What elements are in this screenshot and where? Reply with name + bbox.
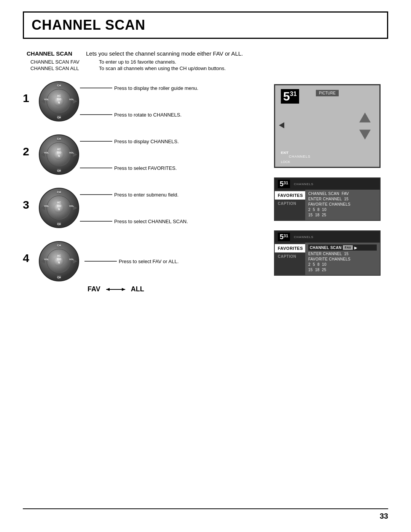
intro-sub-label-2: CHANNEL SCAN ALL [30,66,99,71]
svg-text:VOL: VOL [44,98,49,101]
picture-icon: PICTURE [316,90,339,96]
menu-row-channels-3-2: 15 18 25 [308,268,377,272]
screen1-ch-num: 5 [283,90,290,102]
menu-body-2: FAVORITES CAPTION CHANNEL SCAN FAV ENTER… [275,190,380,220]
menu-row-channel-scan-highlight: CHANNEL SCAN FAV ▶ [308,244,377,251]
screen3-ch-sub: 31 [284,234,288,238]
menu-row-channel-scan: CHANNEL SCAN FAV [308,192,377,196]
step-2-number: 2 [23,134,34,158]
sidebar-favorites-3: FAVORITES [275,244,305,252]
svg-text:N: N [58,155,60,157]
menu-sidebar-3: FAVORITES CAPTION [275,243,305,275]
step-2-instr-1: Press to display CHANNELS. [114,139,179,144]
main-content: 1 [23,80,388,305]
intro-sub-desc-1: To enter up to 16 favorite channels. [99,59,176,65]
intro-section: CHANNEL SCAN Lets you select the channel… [23,50,388,71]
step-3-number: 3 [23,187,34,211]
step-1-number: 1 [23,80,34,105]
svg-text:VOL: VOL [44,258,49,260]
menu-row-channels-3-1: 2 5 8 10 [308,262,377,267]
all-text: ALL [131,285,144,293]
svg-text:AC: AC [57,254,61,257]
page-number: 33 [380,512,388,521]
intro-main: CHANNEL SCAN Lets you select the channel… [27,50,388,57]
bottom-border [23,508,388,509]
svg-text:VOL: VOL [69,205,74,207]
intro-desc: Lets you select the channel scanning mod… [86,50,243,57]
menu-sidebar-2: FAVORITES CAPTION [275,190,305,220]
channel-num-badge-3: 5 31 [278,233,290,241]
step-1-instr-1: Press to display the roller guide menu. [114,85,198,91]
fav-badge: FAV [343,245,353,250]
svg-text:N: N [58,101,60,104]
screen3-channels-label: CHANNELS [294,235,314,239]
svg-text:VOL: VOL [69,152,74,154]
menu-row-enter-channel-3: ENTER CHANNEL 15 [308,252,377,256]
intro-label: CHANNEL SCAN [27,50,80,57]
svg-text:CH: CH [57,116,61,119]
svg-text:VOL: VOL [69,258,74,260]
menu-body-3: FAVORITES CAPTION CHANNEL SCAN FAV ▶ ENT… [275,243,380,275]
lock-label: LOCK [281,160,290,164]
left-column: 1 [23,80,274,305]
right-column: 5 31 PICTURE EXIT [274,80,388,305]
screen3-ch: 5 [280,233,284,240]
svg-text:VOL: VOL [44,205,49,207]
fav-all-row: FAV ALL [88,285,178,293]
menu-row-enter-channel: ENTER CHANNEL 15 [308,197,377,201]
sidebar-caption-3: CAPTION [275,252,305,260]
svg-marker-66 [359,113,371,123]
svg-marker-68 [279,122,284,128]
sidebar-caption-2: CAPTION [275,200,305,208]
svg-text:AC: AC [57,201,61,204]
dial-3: CH CH VOL VOL AC TIO N [38,187,80,229]
svg-text:TIO: TIO [57,98,61,101]
menu-screen-3: 5 31 CHANNELS FAVORITES CAPTION CHANNEL … [274,230,381,276]
intro-sub-desc-2: To scan all channels when using the CH u… [99,66,226,71]
menu-top-bar-2: 5 31 CHANNELS [275,178,380,190]
step-4: 4 [23,240,266,293]
svg-text:N: N [58,261,60,264]
intro-sub-label-1: CHANNEL SCAN FAV [30,59,99,65]
menu-row-fav-channels: FAVORITE CHANNELS [308,202,377,206]
screen2-ch-sub: 31 [284,181,288,185]
tv-screen-1: 5 31 PICTURE EXIT [274,84,381,168]
step-2-instr-2: Press to select FAVORITES. [114,165,177,171]
menu-row-fav-channels-3: FAVORITE CHANNELS [308,257,377,261]
dial-4: CH CH VOL VOL AC TIO N [38,240,80,282]
svg-text:CH: CH [57,137,61,140]
step-1-instr-2: Press to rotate to CHANNELS. [114,112,182,118]
svg-text:CH: CH [57,244,61,247]
screen2-ch: 5 [280,181,284,187]
svg-marker-67 [359,130,371,140]
dial-1: CH CH VOL VOL AC TIO N [38,80,80,122]
svg-text:VOL: VOL [44,152,49,154]
svg-text:TIO: TIO [57,258,61,260]
svg-text:TIO: TIO [57,151,61,154]
svg-text:VOL: VOL [69,98,74,101]
menu-content-2: CHANNEL SCAN FAV ENTER CHANNEL 15 FAVORI… [305,190,380,220]
step-3-instr-1: Press to enter submenu field. [114,192,178,198]
channels-label-screen1: CHANNELS [289,155,311,158]
menu-content-3: CHANNEL SCAN FAV ▶ ENTER CHANNEL 15 FAVO… [305,243,380,275]
svg-text:CH: CH [57,276,61,279]
screen2-channels-label: CHANNELS [294,182,314,186]
intro-sub-2: CHANNEL SCAN ALL To scan all channels wh… [30,66,388,71]
intro-sub-1: CHANNEL SCAN FAV To enter up to 16 favor… [30,59,388,65]
title-bar: CHANNEL SCAN [23,11,388,39]
step-4-number: 4 [23,240,34,265]
dial-2: CH CH VOL VOL AC TIO N [38,134,80,176]
fav-all-text: FAV [88,285,100,293]
menu-screen-2: 5 31 CHANNELS FAVORITES CAPTION CHANNEL … [274,177,381,221]
page-title: CHANNEL SCAN [32,17,379,33]
svg-marker-65 [122,288,125,291]
step-4-instr-1: Press to select FAV or ALL. [119,259,178,264]
step-3: 3 [23,187,266,229]
channel-num-badge-2: 5 31 [278,180,290,188]
step-1: 1 [23,80,266,122]
svg-text:AC: AC [57,94,61,97]
menu-row-channels-2: 15 18 25 [308,213,377,217]
menu-row-channels-1: 2 5 8 10 [308,208,377,212]
step-3-instr-2: Press to select CHANNEL SCAN. [114,219,188,224]
channel-scan-label: CHANNEL SCAN [310,246,341,250]
